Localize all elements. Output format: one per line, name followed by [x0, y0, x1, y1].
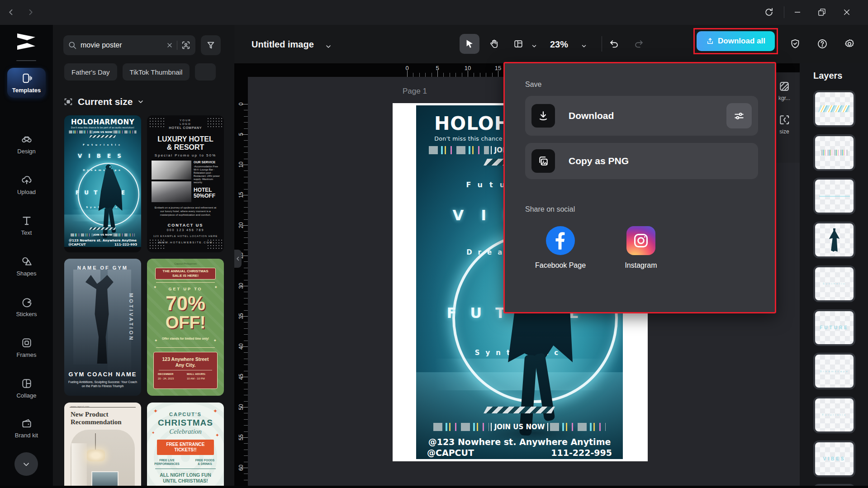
- ruler-vertical: 051015202530354045505560: [234, 63, 248, 488]
- search-icon: [68, 41, 77, 50]
- filter-chip-tiktok-thumbnail[interactable]: TikTok Thumbnail: [123, 63, 190, 81]
- sidebar-item-stickers[interactable]: Stickers: [4, 296, 49, 317]
- document-title[interactable]: Untitled image: [251, 39, 314, 50]
- sliders-icon: [733, 110, 745, 122]
- sidebar-item-label: Frames: [16, 351, 36, 358]
- design-icon: [21, 133, 33, 145]
- undo-button[interactable]: [604, 34, 624, 54]
- layer-thumbnail-2[interactable]: [813, 134, 855, 171]
- sidebar-item-upload[interactable]: Upload: [4, 174, 49, 195]
- sidebar-item-label: Shapes: [16, 270, 36, 277]
- template-card-product[interactable]: www.capcut.com New Product Recommendatio…: [64, 403, 141, 488]
- download-all-button[interactable]: Download all: [697, 31, 775, 51]
- ruler-top-number: 15: [495, 65, 501, 71]
- layer-thumbnail-6[interactable]: FUTURE: [813, 309, 855, 346]
- close-icon[interactable]: [839, 5, 854, 20]
- select-tool-button[interactable]: [460, 34, 479, 54]
- zoom-chevron-down-icon[interactable]: [581, 43, 587, 49]
- filter-button[interactable]: [201, 35, 221, 55]
- title-chevron-down-icon[interactable]: [325, 43, 332, 50]
- sidebar-item-brand-kit[interactable]: Brand kit: [4, 417, 49, 439]
- sidebar-item-text[interactable]: Text: [4, 215, 49, 236]
- back-icon[interactable]: [4, 5, 19, 20]
- nav-expand-button[interactable]: [14, 452, 38, 476]
- copy-as-png-option[interactable]: Copy as PNG: [525, 143, 758, 179]
- undo-icon: [609, 39, 619, 49]
- download-option[interactable]: Download: [525, 96, 758, 136]
- redo-icon: [634, 39, 644, 49]
- layout-tool-button[interactable]: [508, 34, 528, 54]
- restore-icon[interactable]: [814, 5, 830, 20]
- sidebar-item-shapes[interactable]: Shapes: [4, 256, 49, 277]
- layer-thumbnail-4[interactable]: [813, 222, 855, 258]
- capcut-logo-icon[interactable]: [13, 28, 39, 55]
- filter-icon: [206, 40, 216, 50]
- layer-thumbnail-7[interactable]: Dreamscape: [813, 353, 855, 389]
- layer-thumbnail-3[interactable]: [813, 178, 855, 214]
- settings-button[interactable]: [840, 34, 859, 54]
- ruler-top-number: 0: [405, 65, 408, 71]
- shield-check-icon: [790, 38, 801, 49]
- sidebar-item-collage[interactable]: Collage: [4, 378, 49, 399]
- save-section-label: Save: [525, 81, 541, 89]
- clear-search-icon[interactable]: [166, 42, 173, 49]
- sidebar-item-label: Design: [17, 148, 35, 155]
- zoom-level[interactable]: 23%: [550, 39, 568, 50]
- refresh-icon[interactable]: [761, 5, 777, 20]
- template-card-christmas-sale[interactable]: Capcut Philippines THE ANNUAL CHRISTMAS …: [147, 259, 224, 396]
- layer-thumbnail-9[interactable]: VIBES: [813, 441, 855, 477]
- copy-png-tile: [531, 149, 555, 173]
- layer-thumbnail-8[interactable]: Futuristic: [813, 397, 855, 433]
- sidebar-item-frames[interactable]: Frames: [4, 337, 49, 358]
- cursor-icon: [465, 39, 474, 49]
- layer-thumbnail-1[interactable]: [813, 90, 855, 127]
- brand-kit-icon: [21, 417, 33, 429]
- ruler-top-number: 10: [465, 65, 471, 71]
- filter-chip-father-s-day[interactable]: Father's Day: [64, 63, 117, 81]
- hand-tool-button[interactable]: [484, 34, 504, 54]
- layer-thumbnail-5[interactable]: Synthetic: [813, 265, 855, 302]
- ruler-left-number: 20: [238, 218, 244, 232]
- template-card-luxury-hotel[interactable]: YOUR LOGO HOTEL COMPANY LUXURY HOTEL & R…: [147, 115, 224, 252]
- ruler-left-number: 30: [238, 279, 244, 293]
- minimize-icon[interactable]: [790, 5, 805, 20]
- text-layer-preview: Dreamscape: [820, 370, 849, 373]
- download-icon: [537, 110, 549, 122]
- hand-icon: [489, 39, 499, 49]
- search-divider: [177, 41, 177, 50]
- download-tile: [531, 104, 555, 128]
- window-bottom-edge: [0, 486, 868, 488]
- help-button[interactable]: [812, 34, 832, 54]
- share-section-label: Share on social: [525, 205, 575, 213]
- safety-button[interactable]: [785, 34, 805, 54]
- facebook-icon: [546, 226, 575, 255]
- template-card-capcut-christmas[interactable]: ✦ ✦ ✦ ✦ CAPCUT'S CHRISTMAS Celebration F…: [147, 403, 224, 488]
- gear-icon: [844, 38, 855, 49]
- template-card-gym[interactable]: NAME OF GYM MOTIVATION GYM COACH NAME Fu…: [64, 259, 141, 396]
- download-settings-button[interactable]: [726, 103, 752, 128]
- current-size-dropdown[interactable]: Current size: [63, 96, 144, 107]
- redo-button[interactable]: [629, 34, 649, 54]
- save-popup: Save Download Copy as PNG Share on socia…: [503, 62, 776, 313]
- collapse-panel-handle[interactable]: [234, 250, 242, 268]
- help-icon: [817, 38, 828, 49]
- toolbar-divider: [602, 36, 602, 52]
- titlebar-divider: [784, 6, 784, 18]
- page-label[interactable]: Page 1: [403, 87, 427, 96]
- sidebar-item-templates[interactable]: Templates: [7, 68, 46, 98]
- forward-icon[interactable]: [23, 5, 38, 20]
- template-card-holoharmony[interactable]: Futuristic VIBES Dreamscape FUTURE Synth…: [64, 115, 141, 252]
- sidebar-item-label: Brand kit: [15, 432, 38, 439]
- image-search-icon[interactable]: [181, 40, 191, 50]
- sidebar-item-design[interactable]: Design: [4, 133, 49, 155]
- share-instagram[interactable]: Instagram: [612, 226, 670, 270]
- search-query[interactable]: movie poster: [81, 41, 162, 49]
- stickers-icon: [21, 296, 33, 308]
- poster-title: HOLOHARMONY: [64, 118, 141, 126]
- share-facebook[interactable]: Facebook Page: [531, 226, 590, 270]
- title-bar: [0, 0, 868, 25]
- current-size-label: Current size: [78, 96, 133, 107]
- search-input[interactable]: movie poster: [63, 35, 195, 55]
- layout-chevron-down-icon[interactable]: [531, 43, 537, 49]
- filter-chip-clipped[interactable]: [195, 63, 216, 81]
